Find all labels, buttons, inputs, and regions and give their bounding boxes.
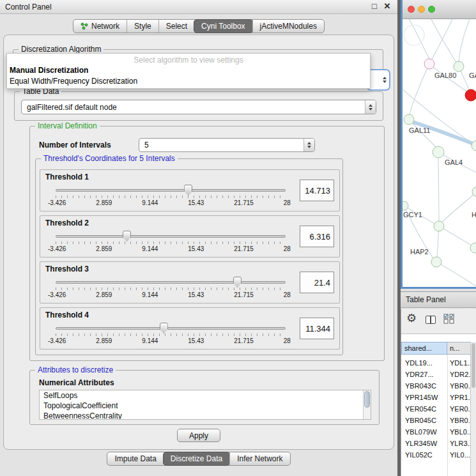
table-scrollbar[interactable] xyxy=(470,342,476,476)
network-node[interactable] xyxy=(404,114,414,125)
tab-impute-data[interactable]: Impute Data xyxy=(107,452,163,465)
tab-label: Infer Network xyxy=(237,454,282,463)
threshold-value-field[interactable]: 14.713 xyxy=(300,180,334,201)
node-label: HAP2 xyxy=(410,248,429,256)
thresholds-group: Threshold's Coordinates for 5 Intervals … xyxy=(35,158,343,355)
gear-icon[interactable]: ⚙ xyxy=(406,312,417,324)
tab-discretize-data[interactable]: Discretize Data xyxy=(163,452,230,466)
threshold-slider[interactable]: -3.426 2.859 9.144 15.43 21.715 28 xyxy=(56,231,286,255)
list-item[interactable]: TopologicalCoefficient xyxy=(40,401,371,411)
table-row[interactable]: YDL19... YDL1... xyxy=(401,357,471,369)
threshold-slider[interactable]: -3.426 2.859 9.144 15.43 21.715 28 xyxy=(56,185,286,209)
tab-infer-network[interactable]: Infer Network xyxy=(229,452,289,465)
table-row[interactable]: YDR27... YDR2... xyxy=(401,369,471,380)
table-data-selected-value: galFiltered.sif default node xyxy=(22,103,365,112)
number-of-intervals-value: 5 xyxy=(139,141,303,150)
slider-tick-labels: -3.426 2.859 9.144 15.43 21.715 28 xyxy=(48,245,291,252)
menu-item-manual-discretization[interactable]: Manual Discretization xyxy=(7,65,370,76)
list-item[interactable]: BetweennessCentrality xyxy=(40,411,371,420)
mac-minimize-icon[interactable] xyxy=(418,6,425,13)
column-header-name[interactable]: n... xyxy=(447,342,471,355)
table-row[interactable]: YBL079W YBL0... xyxy=(401,426,471,438)
tab-label: jActiveMNodules xyxy=(260,22,317,31)
network-node[interactable] xyxy=(433,146,444,158)
slider-track[interactable] xyxy=(56,281,286,284)
slider-thumb[interactable] xyxy=(123,231,131,242)
thresholds-group-label: Threshold's Coordinates for 5 Intervals xyxy=(41,154,178,163)
network-node-selected[interactable] xyxy=(465,89,476,101)
number-of-intervals-select[interactable]: 5 xyxy=(139,138,315,152)
tab-network[interactable]: Network xyxy=(73,20,127,33)
slider-tick-labels: -3.426 2.859 9.144 15.43 21.715 28 xyxy=(48,291,291,298)
network-view-window: GAL80 GA GAL11 GAL4 GCY1 HAP2 H xyxy=(401,0,476,289)
slider-ticks xyxy=(56,242,286,244)
attributes-list: SelfLoops TopologicalCoefficient Between… xyxy=(39,390,371,420)
slider-thumb[interactable] xyxy=(160,323,168,334)
tab-label: Cyni Toolbox xyxy=(201,22,245,31)
scrollbar-thumb[interactable] xyxy=(364,391,370,408)
tab-jactivemnodules[interactable]: jActiveMNodules xyxy=(252,20,324,33)
network-canvas[interactable]: GAL80 GA GAL11 GAL4 GCY1 HAP2 H xyxy=(403,19,476,286)
network-node[interactable] xyxy=(434,221,444,231)
network-graph xyxy=(403,19,476,286)
close-icon[interactable]: ✕ xyxy=(382,1,392,11)
bottom-tab-bar: Impute Data Discretize Data Infer Networ… xyxy=(0,452,397,466)
threshold-value-field[interactable]: 11.344 xyxy=(300,318,334,339)
attributes-scrollbar[interactable] xyxy=(363,390,371,419)
tab-select[interactable]: Select xyxy=(158,20,194,33)
slider-thumb[interactable] xyxy=(233,277,242,288)
slider-ticks xyxy=(56,196,286,198)
table-row[interactable]: YLR345W YLR3... xyxy=(401,438,471,449)
tab-label: Impute Data xyxy=(114,454,156,463)
slider-ticks xyxy=(56,288,286,290)
control-panel: Control Panel □ ✕ Network Style Select xyxy=(0,0,397,476)
mac-zoom-icon[interactable] xyxy=(428,6,435,13)
menu-item-equal-width-frequency[interactable]: Equal Width/Frequency Discretization xyxy=(7,76,370,87)
network-node[interactable] xyxy=(431,257,441,267)
node-label: H xyxy=(472,211,476,219)
threshold-label: Threshold 1 xyxy=(45,173,89,181)
apply-button[interactable]: Apply xyxy=(177,429,220,442)
network-node[interactable] xyxy=(454,61,464,72)
threshold-panel: Threshold 1 -3.426 2.859 9.144 15.43 21.… xyxy=(40,169,340,211)
network-node[interactable] xyxy=(403,201,408,210)
threshold-value-field[interactable]: 6.316 xyxy=(300,226,334,247)
threshold-slider[interactable]: -3.426 2.859 9.144 15.43 21.715 28 xyxy=(56,323,286,347)
column-header-shared-name[interactable]: shared... xyxy=(401,342,447,355)
columns-icon[interactable] xyxy=(426,316,436,324)
threshold-slider[interactable]: -3.426 2.859 9.144 15.43 21.715 28 xyxy=(56,277,286,301)
tab-style[interactable]: Style xyxy=(127,20,158,33)
table-data-select[interactable]: galFiltered.sif default node xyxy=(21,100,376,114)
table-row[interactable]: YPR145W YPR1... xyxy=(401,392,471,403)
mac-close-icon[interactable] xyxy=(408,6,415,13)
network-node[interactable] xyxy=(424,59,434,69)
checkbox-grid-icon xyxy=(443,314,456,324)
stepper-icon xyxy=(303,139,314,151)
network-node[interactable] xyxy=(470,243,476,253)
node-label: GAL11 xyxy=(409,127,430,134)
scrollbar-thumb[interactable] xyxy=(472,343,475,388)
tab-label: Select xyxy=(166,22,187,31)
slider-track[interactable] xyxy=(56,189,286,192)
table-row[interactable]: YBR045C YBR0... xyxy=(401,415,471,426)
threshold-label: Threshold 3 xyxy=(45,265,89,273)
slider-track[interactable] xyxy=(56,327,286,330)
float-window-icon[interactable]: □ xyxy=(369,1,380,11)
panel-title: Control Panel xyxy=(5,0,52,14)
tab-cyni-toolbox[interactable]: Cyni Toolbox xyxy=(194,19,252,33)
threshold-label: Threshold 4 xyxy=(45,311,89,319)
slider-thumb[interactable] xyxy=(184,185,192,196)
numerical-attributes-label: Numerical Attributes xyxy=(39,378,114,387)
select-columns-icon[interactable] xyxy=(443,314,456,326)
table-row[interactable]: YBR043C YBR0... xyxy=(401,380,471,392)
table-row[interactable]: YER054C YER0... xyxy=(401,403,471,415)
threshold-value-field[interactable]: 21.4 xyxy=(300,272,334,293)
table-body: YDL19... YDL1... YDR27... YDR2... YBR043… xyxy=(401,357,471,461)
table-row[interactable]: YIL052C YIL0... xyxy=(401,449,471,461)
slider-track[interactable] xyxy=(56,235,286,238)
list-item[interactable]: SelfLoops xyxy=(40,390,371,401)
top-tab-bar: Network Style Select Cyni Toolbox jActiv… xyxy=(0,19,397,33)
interval-definition-group: Interval Definition Number of Intervals … xyxy=(29,126,385,361)
stepper-icon xyxy=(383,77,387,83)
threshold-panel: Threshold 2 -3.426 2.859 9.144 15.43 21.… xyxy=(40,215,340,257)
